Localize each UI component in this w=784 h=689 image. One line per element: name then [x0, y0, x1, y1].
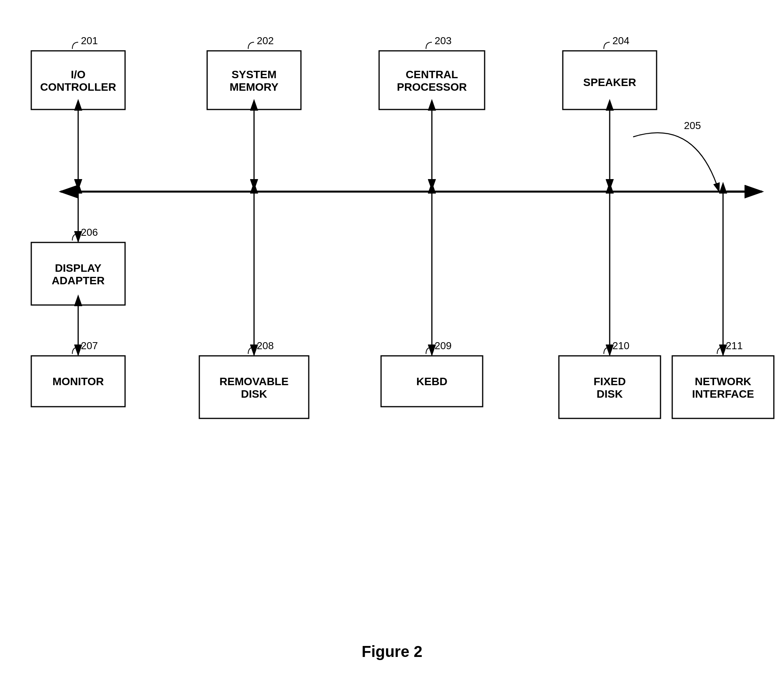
label-io-controller2: CONTROLLER	[40, 81, 116, 93]
ref-208: 208	[257, 340, 274, 352]
ref-210: 210	[612, 340, 629, 352]
label-speaker: SPEAKER	[583, 76, 636, 88]
label-kebd: KEBD	[416, 375, 447, 388]
label-system-memory2: MEMORY	[230, 81, 279, 93]
ref-211: 211	[726, 340, 743, 352]
label-display-adapter: DISPLAY	[55, 262, 102, 274]
label-removable-disk2: DISK	[241, 388, 267, 400]
label-network-interface: NETWORK	[695, 375, 752, 388]
label-central-processor2: PROCESSOR	[397, 81, 467, 93]
label-io-controller: I/O	[71, 68, 85, 81]
ref-205: 205	[684, 120, 701, 131]
figure-caption: Figure 2	[362, 643, 422, 660]
label-central-processor: CENTRAL	[406, 68, 458, 81]
ref-bracket-206	[72, 234, 78, 240]
label-network-interface2: INTERFACE	[692, 388, 754, 400]
label-removable-disk: REMOVABLE	[220, 375, 289, 388]
curved-arrow-205	[633, 133, 719, 192]
ref-bracket-204	[604, 42, 610, 49]
label-display-adapter2: ADAPTER	[52, 275, 104, 287]
ref-bracket-207	[72, 347, 78, 354]
label-system-memory: SYSTEM	[231, 68, 276, 81]
ref-207: 207	[81, 340, 98, 352]
ref-209: 209	[435, 340, 451, 352]
label-monitor: MONITOR	[52, 375, 104, 388]
ref-bracket-202	[248, 42, 254, 49]
ref-bracket-208	[248, 347, 254, 354]
ref-bracket-211	[717, 347, 723, 354]
label-fixed-disk: FIXED	[594, 375, 626, 388]
ref-201: 201	[81, 35, 98, 47]
ref-204: 204	[612, 35, 629, 47]
ref-202: 202	[257, 35, 274, 47]
diagram-container: I/O CONTROLLER 201 SYSTEM MEMORY 202 CEN…	[0, 0, 784, 689]
ref-bracket-210	[604, 347, 610, 354]
ref-bracket-201	[72, 42, 78, 49]
ref-206: 206	[81, 226, 98, 238]
ref-bracket-203	[426, 42, 432, 49]
label-fixed-disk2: DISK	[597, 388, 623, 400]
ref-203: 203	[435, 35, 451, 47]
ref-bracket-209	[426, 347, 432, 354]
